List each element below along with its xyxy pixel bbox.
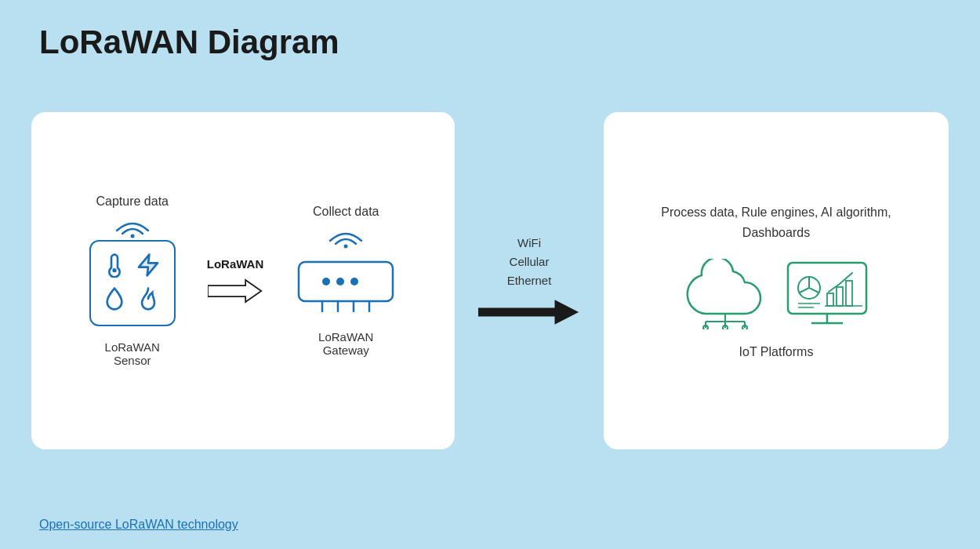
gateway-box-icon: [295, 250, 397, 313]
left-card: Capture data: [31, 112, 455, 449]
capture-label: Capture data: [96, 195, 169, 209]
svg-point-4: [344, 245, 348, 249]
cellular-label: Cellular: [507, 253, 552, 271]
right-card: Process data, Rule engines, AI algorithm…: [604, 112, 949, 449]
iot-platform-label: IoT Platforms: [739, 345, 814, 359]
lorawan-label: LoRaWAN: [207, 257, 264, 271]
svg-marker-13: [478, 300, 579, 325]
flame-icon: [136, 286, 161, 311]
main-content: Capture data: [0, 77, 980, 485]
svg-point-1: [112, 268, 116, 272]
middle-section: WiFi Cellular Ethernet: [455, 234, 604, 328]
svg-marker-3: [208, 280, 261, 302]
svg-rect-28: [846, 281, 852, 306]
sensor-label: LoRaWANSensor: [105, 340, 160, 367]
ethernet-label: Ethernet: [507, 271, 552, 290]
sensor-wifi-icon: [113, 215, 152, 238]
wifi-label: WiFi: [507, 234, 552, 253]
svg-point-6: [322, 278, 330, 285]
collect-label: Collect data: [313, 205, 379, 219]
cloud-icon: [682, 259, 768, 329]
page-title: LoRaWAN Diagram: [0, 0, 980, 77]
gateway-wifi-icon: [326, 225, 365, 249]
thermometer-icon: [102, 253, 127, 278]
monitor-icon: [784, 259, 870, 329]
lightning-icon: [136, 253, 161, 278]
platform-desc: Process data, Rule engines, AI algorithm…: [635, 202, 917, 242]
lorawan-arrow-section: LoRaWAN: [207, 257, 264, 305]
water-drop-left-icon: [102, 286, 127, 311]
gateway-section: Collect data: [295, 205, 397, 357]
svg-rect-26: [827, 293, 833, 306]
platform-icons: [682, 259, 870, 329]
svg-rect-5: [299, 262, 393, 301]
big-arrow-icon: [478, 296, 580, 328]
sensor-box: [89, 240, 176, 326]
footer-link[interactable]: Open-source LoRaWAN technology: [39, 518, 238, 532]
connection-labels: WiFi Cellular Ethernet: [507, 234, 552, 290]
svg-point-7: [336, 278, 344, 285]
lorawan-arrow-icon: [208, 277, 263, 305]
svg-rect-27: [837, 287, 843, 306]
svg-point-8: [350, 278, 358, 285]
svg-point-0: [130, 235, 134, 238]
gateway-label: LoRaWANGateway: [318, 330, 373, 357]
sensor-section: Capture data: [89, 195, 176, 367]
